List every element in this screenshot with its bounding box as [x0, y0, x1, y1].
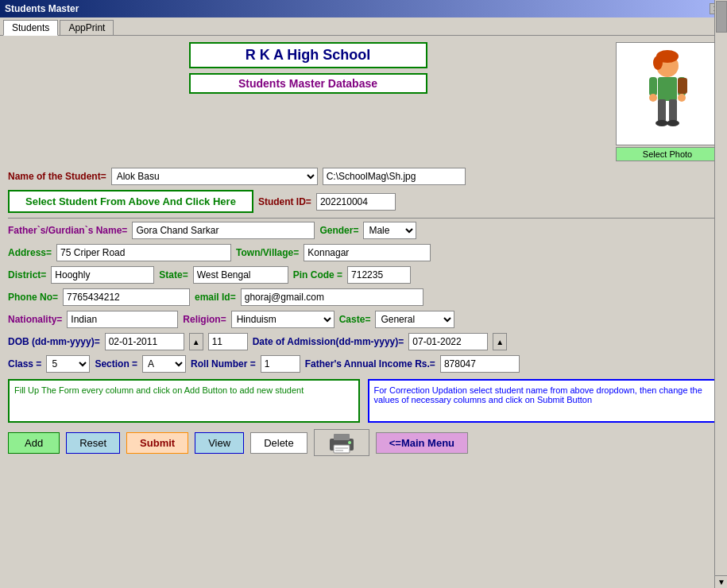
district-input[interactable]: Hooghly	[51, 266, 154, 284]
tab-appprint[interactable]: AppPrint	[60, 20, 114, 35]
svg-point-10	[655, 120, 668, 126]
caste-label: Caste=	[339, 314, 371, 325]
dob-label: DOB (dd-mm-yyyy)=	[8, 336, 100, 347]
main-content: R K A High School Students Master Databa…	[0, 36, 727, 584]
dob-input[interactable]: 02-01-2011	[105, 333, 184, 350]
state-label: State=	[159, 269, 188, 280]
section-label: Section =	[95, 358, 137, 369]
roll-input[interactable]: 1	[261, 355, 300, 373]
svg-rect-14	[334, 434, 350, 440]
title-bar: Students Master ✕	[0, 0, 727, 17]
district-label: District=	[8, 269, 46, 280]
admission-spin-up[interactable]: ▲	[493, 333, 507, 350]
svg-rect-12	[678, 78, 687, 94]
class-select[interactable]: 1234 567 8910	[46, 355, 90, 373]
admission-input[interactable]: 07-01-2022	[408, 333, 488, 350]
student-id-input[interactable]: 202210004	[316, 193, 396, 211]
address-input[interactable]: 75 Criper Road	[56, 244, 231, 261]
tab-students[interactable]: Students	[3, 20, 58, 36]
pincode-input[interactable]: 712235	[347, 266, 411, 284]
svg-point-8	[649, 94, 657, 102]
student-name-dropdown[interactable]: Alok Basu	[111, 168, 318, 185]
religion-label: Religion=	[183, 314, 226, 325]
view-button[interactable]: View	[195, 432, 244, 454]
nationality-religion-caste-row: Nationality= Indian Religion= Hinduism I…	[8, 311, 719, 328]
window-title: Students Master	[5, 3, 79, 14]
header-section: R K A High School Students Master Databa…	[8, 42, 719, 161]
father-label: Father`s/Gurdian`s Name=	[8, 225, 127, 236]
photo-section: Select Photo	[616, 42, 719, 161]
svg-rect-17	[335, 450, 343, 451]
delete-button[interactable]: Delete	[250, 432, 307, 454]
tab-bar: Students AppPrint	[0, 17, 727, 36]
phone-label: Phone No=	[8, 292, 58, 303]
student-photo-box	[616, 42, 719, 145]
class-section-roll-income-row: Class = 1234 567 8910 Section = ABCD Rol…	[8, 355, 719, 373]
religion-select[interactable]: Hinduism Islam Christianity Others	[231, 311, 334, 328]
svg-point-9	[678, 94, 686, 102]
svg-point-18	[348, 441, 351, 444]
pincode-label: Pin Code =	[293, 269, 342, 280]
town-input[interactable]: Konnagar	[304, 244, 431, 261]
header-center: R K A High School Students Master Databa…	[8, 42, 608, 161]
roll-label: Roll Number =	[191, 358, 256, 369]
svg-rect-3	[658, 77, 677, 101]
student-svg	[636, 50, 699, 137]
svg-rect-4	[658, 99, 666, 122]
state-input[interactable]: West Bengal	[193, 266, 288, 284]
student-name-row: Name of the Student= Alok Basu C:\School…	[8, 168, 719, 185]
buttons-row: Add Reset Submit View Delete <=Main Menu	[8, 429, 719, 456]
nationality-label: Nationality=	[8, 314, 62, 325]
scrollbar-track[interactable]: ▼	[714, 0, 727, 588]
caste-select[interactable]: General OBC SC ST	[375, 311, 454, 328]
gender-label: Gender=	[319, 225, 358, 236]
svg-rect-16	[335, 447, 348, 449]
age-input[interactable]: 11	[208, 333, 248, 350]
district-state-pin-row: District= Hooghly State= West Bengal Pin…	[8, 266, 719, 284]
main-menu-button[interactable]: <=Main Menu	[376, 432, 468, 454]
email-input[interactable]: ghoraj@gmail.com	[241, 288, 423, 306]
school-name: R K A High School	[189, 42, 427, 68]
info-boxes: Fill Up The Form every column and click …	[8, 379, 719, 423]
svg-rect-5	[669, 99, 677, 122]
select-id-row: Select Student From Above And Click Here…	[8, 190, 719, 213]
income-input[interactable]: 878047	[440, 355, 520, 373]
update-info-box: For Correction Updation select student n…	[368, 379, 720, 423]
student-id-label: Student ID=	[258, 196, 311, 207]
email-label: email Id=	[195, 292, 236, 303]
add-info-box: Fill Up The Form every column and click …	[8, 379, 360, 423]
dob-spin-up[interactable]: ▲	[189, 333, 203, 350]
income-label: Father's Annual Income Rs.=	[305, 358, 435, 369]
class-label: Class =	[8, 358, 41, 369]
father-name-input[interactable]: Gora Chand Sarkar	[132, 222, 315, 239]
db-title: Students Master Database	[189, 73, 427, 94]
scrollbar-thumb[interactable]	[716, 1, 727, 33]
admission-label: Date of Admission(dd-mm-yyyy)=	[253, 336, 404, 347]
student-id-section: Student ID= 202210004	[258, 193, 396, 211]
svg-point-2	[653, 56, 663, 70]
student-name-label: Name of the Student=	[8, 171, 106, 182]
svg-rect-6	[649, 77, 657, 96]
select-student-button[interactable]: Select Student From Above And Click Here	[8, 190, 253, 213]
submit-button[interactable]: Submit	[126, 432, 188, 454]
printer-icon	[326, 431, 358, 455]
phone-input[interactable]: 7765434212	[63, 288, 190, 306]
address-town-row: Address= 75 Criper Road Town/Village= Ko…	[8, 244, 719, 261]
reset-button[interactable]: Reset	[66, 432, 120, 454]
scroll-down-btn[interactable]: ▼	[715, 575, 727, 588]
section-select[interactable]: ABCD	[142, 355, 186, 373]
address-label: Address=	[8, 247, 52, 258]
town-label: Town/Village=	[236, 247, 299, 258]
student-figure	[617, 43, 718, 145]
phone-email-row: Phone No= 7765434212 email Id= ghoraj@gm…	[8, 288, 719, 306]
photo-path-input[interactable]: C:\SchoolMag\Sh.jpg	[323, 168, 466, 185]
print-button[interactable]	[314, 429, 369, 456]
gender-select[interactable]: Male Female	[363, 222, 416, 239]
add-button[interactable]: Add	[8, 432, 60, 454]
nationality-input[interactable]: Indian	[67, 311, 178, 328]
svg-point-11	[667, 120, 679, 126]
select-photo-button[interactable]: Select Photo	[616, 147, 719, 161]
father-gender-row: Father`s/Gurdian`s Name= Gora Chand Sark…	[8, 222, 719, 239]
dob-admission-row: DOB (dd-mm-yyyy)= 02-01-2011 ▲ 11 Date o…	[8, 333, 719, 350]
